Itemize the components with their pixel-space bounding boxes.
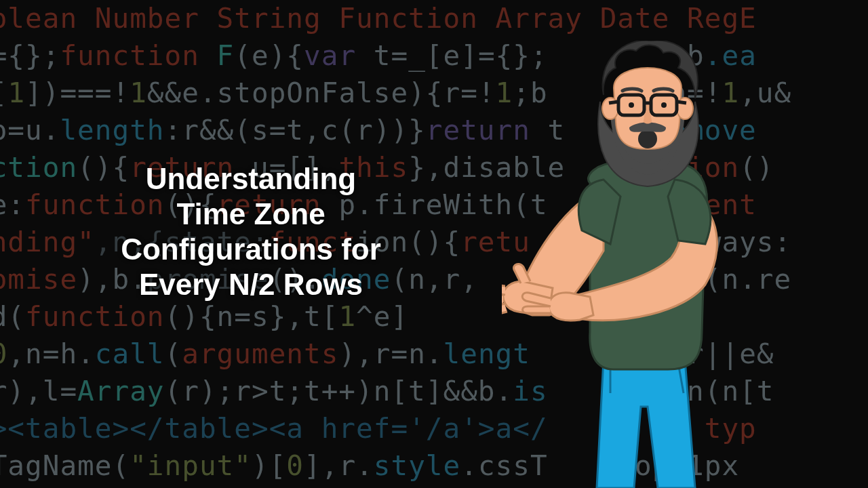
code-token: var: [304, 39, 356, 72]
code-token: re:: [0, 188, 25, 221]
code-token: ,n=h.: [7, 338, 94, 370]
code-token: (){n=s},t[: [165, 300, 339, 333]
code-token: ending": [0, 226, 95, 258]
code-token: call: [95, 338, 165, 370]
code-token: Array: [77, 375, 164, 407]
code-token: 1: [7, 77, 25, 109]
code-token: arguments: [182, 338, 338, 370]
stage: oolean Number String Function Array Date…: [0, 0, 868, 488]
eye-right: [661, 102, 667, 108]
code-token: &&e.stopOnFalse){r=!: [147, 77, 496, 109]
code-token: "input": [130, 449, 252, 482]
code-token: (: [165, 338, 182, 370]
code-token: ])===!: [25, 77, 130, 109]
code-token: )[: [252, 449, 286, 482]
code-token: t[: [0, 77, 7, 109]
code-token: ?o=u.: [0, 114, 60, 146]
svg-line-4: [677, 102, 686, 103]
code-token: (r);r>t;t++)n[t]&&b.: [165, 375, 513, 407]
mouth: [638, 129, 657, 148]
code-token: 0: [0, 338, 7, 370]
code-token: nction: [0, 151, 77, 184]
eye-left: [629, 102, 634, 108]
code-token: (r),l=: [0, 375, 77, 407]
code-token: 1: [130, 77, 147, 109]
svg-line-3: [609, 102, 618, 103]
code-token: oolean Number String Function Array Date…: [0, 2, 757, 35]
title-line: Understanding: [146, 162, 356, 195]
code-token: ],r.: [304, 449, 374, 482]
code-token: F: [217, 39, 235, 72]
presenter-svg: [502, 41, 787, 488]
code-token: _={};: [0, 39, 60, 72]
code-token: 0: [286, 449, 304, 482]
title-block: Understanding Time Zone Configurations f…: [88, 161, 414, 302]
code-token: length: [60, 114, 164, 146]
hand-left: [522, 293, 593, 321]
code-token: dd(: [0, 300, 25, 333]
code-token: romise: [0, 263, 77, 296]
code-token: :r&&(s=t,c(r))}: [165, 114, 426, 146]
title-line: Configurations for: [121, 232, 381, 266]
title-line: Every N/2 Rows: [139, 268, 363, 301]
code-token: function: [25, 300, 164, 333]
code-token: style: [374, 449, 460, 482]
code-token: ),r=n.: [338, 338, 443, 370]
code-token: (e){: [234, 39, 304, 72]
code-token: 1: [338, 300, 356, 333]
title-line: Time Zone: [176, 197, 325, 230]
code-token: yTagName(: [0, 449, 130, 482]
presenter-character: [502, 41, 787, 488]
code-line: oolean Number String Function Array Date…: [0, 0, 868, 37]
code-token: function: [60, 39, 216, 72]
